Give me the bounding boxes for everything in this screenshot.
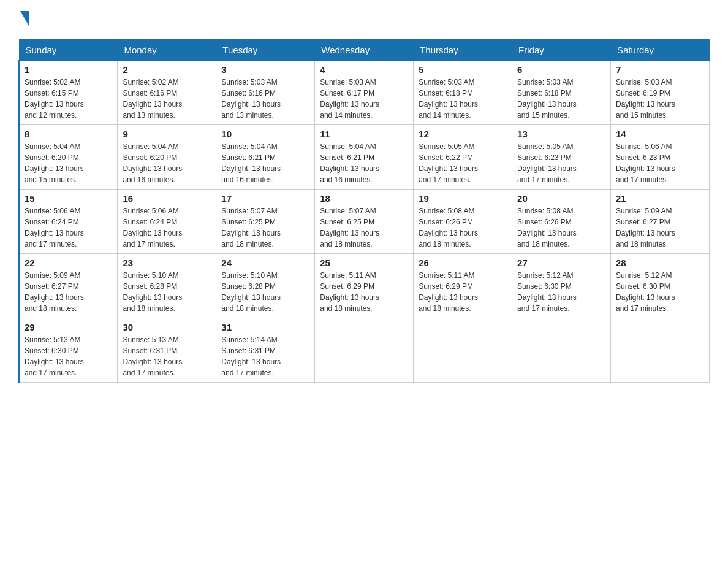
day-info: Sunrise: 5:09 AMSunset: 6:27 PMDaylight:… (616, 207, 675, 248)
calendar-cell: 2 Sunrise: 5:02 AMSunset: 6:16 PMDayligh… (118, 61, 216, 125)
day-info: Sunrise: 5:14 AMSunset: 6:31 PMDaylight:… (221, 335, 281, 377)
calendar-cell (414, 318, 512, 383)
day-info: Sunrise: 5:07 AMSunset: 6:25 PMDaylight:… (320, 207, 379, 248)
day-info: Sunrise: 5:03 AMSunset: 6:18 PMDaylight:… (517, 78, 577, 120)
calendar-cell: 26 Sunrise: 5:11 AMSunset: 6:29 PMDaylig… (414, 254, 512, 318)
day-info: Sunrise: 5:10 AMSunset: 6:28 PMDaylight:… (123, 271, 182, 313)
day-info: Sunrise: 5:10 AMSunset: 6:28 PMDaylight:… (221, 271, 281, 313)
weekday-header-tuesday: Tuesday (216, 40, 315, 61)
day-number: 10 (221, 129, 309, 139)
calendar-cell: 22 Sunrise: 5:09 AMSunset: 6:27 PMDaylig… (19, 254, 118, 318)
calendar-week-row: 15 Sunrise: 5:06 AMSunset: 6:24 PMDaylig… (19, 190, 710, 254)
calendar-cell: 23 Sunrise: 5:10 AMSunset: 6:28 PMDaylig… (118, 254, 216, 318)
day-number: 5 (419, 64, 507, 75)
day-info: Sunrise: 5:03 AMSunset: 6:18 PMDaylight:… (419, 78, 478, 120)
calendar-cell: 6 Sunrise: 5:03 AMSunset: 6:18 PMDayligh… (512, 61, 611, 125)
calendar-cell: 12 Sunrise: 5:05 AMSunset: 6:22 PMDaylig… (414, 125, 512, 190)
day-number: 26 (419, 258, 507, 268)
calendar-cell: 17 Sunrise: 5:07 AMSunset: 6:25 PMDaylig… (216, 190, 315, 254)
calendar-cell: 9 Sunrise: 5:04 AMSunset: 6:20 PMDayligh… (118, 125, 216, 190)
calendar-cell: 4 Sunrise: 5:03 AMSunset: 6:17 PMDayligh… (315, 61, 414, 125)
calendar-cell: 3 Sunrise: 5:03 AMSunset: 6:16 PMDayligh… (216, 61, 315, 125)
day-info: Sunrise: 5:11 AMSunset: 6:29 PMDaylight:… (419, 271, 478, 313)
logo (18, 12, 29, 27)
day-number: 11 (320, 129, 408, 139)
calendar-cell: 18 Sunrise: 5:07 AMSunset: 6:25 PMDaylig… (315, 190, 414, 254)
calendar-cell: 1 Sunrise: 5:02 AMSunset: 6:15 PMDayligh… (19, 61, 118, 125)
day-info: Sunrise: 5:09 AMSunset: 6:27 PMDaylight:… (25, 271, 84, 313)
calendar-cell: 21 Sunrise: 5:09 AMSunset: 6:27 PMDaylig… (611, 190, 710, 254)
calendar-cell: 19 Sunrise: 5:08 AMSunset: 6:26 PMDaylig… (414, 190, 512, 254)
day-number: 16 (123, 193, 211, 204)
calendar-cell: 27 Sunrise: 5:12 AMSunset: 6:30 PMDaylig… (512, 254, 611, 318)
day-number: 27 (517, 258, 605, 268)
calendar-week-row: 22 Sunrise: 5:09 AMSunset: 6:27 PMDaylig… (19, 254, 710, 318)
day-number: 2 (123, 64, 211, 75)
day-number: 23 (123, 258, 211, 268)
day-number: 17 (221, 193, 309, 204)
day-info: Sunrise: 5:11 AMSunset: 6:29 PMDaylight:… (320, 271, 379, 313)
calendar-cell: 16 Sunrise: 5:06 AMSunset: 6:24 PMDaylig… (118, 190, 216, 254)
day-info: Sunrise: 5:03 AMSunset: 6:17 PMDaylight:… (320, 78, 379, 120)
calendar-week-row: 8 Sunrise: 5:04 AMSunset: 6:20 PMDayligh… (19, 125, 710, 190)
day-info: Sunrise: 5:03 AMSunset: 6:16 PMDaylight:… (221, 78, 281, 120)
day-info: Sunrise: 5:12 AMSunset: 6:30 PMDaylight:… (517, 271, 577, 313)
weekday-header-sunday: Sunday (19, 40, 118, 61)
calendar-cell (512, 318, 611, 383)
calendar-table: SundayMondayTuesdayWednesdayThursdayFrid… (18, 39, 710, 383)
calendar-cell: 29 Sunrise: 5:13 AMSunset: 6:30 PMDaylig… (19, 318, 118, 383)
day-number: 25 (320, 258, 408, 268)
day-info: Sunrise: 5:08 AMSunset: 6:26 PMDaylight:… (517, 207, 577, 248)
weekday-header-monday: Monday (118, 40, 216, 61)
calendar-week-row: 1 Sunrise: 5:02 AMSunset: 6:15 PMDayligh… (19, 61, 710, 125)
weekday-header-thursday: Thursday (414, 40, 512, 61)
calendar-cell: 8 Sunrise: 5:04 AMSunset: 6:20 PMDayligh… (19, 125, 118, 190)
calendar-cell: 24 Sunrise: 5:10 AMSunset: 6:28 PMDaylig… (216, 254, 315, 318)
weekday-header-wednesday: Wednesday (315, 40, 414, 61)
day-info: Sunrise: 5:04 AMSunset: 6:21 PMDaylight:… (221, 142, 281, 184)
calendar-cell: 15 Sunrise: 5:06 AMSunset: 6:24 PMDaylig… (19, 190, 118, 254)
day-number: 21 (616, 193, 704, 204)
calendar-cell: 20 Sunrise: 5:08 AMSunset: 6:26 PMDaylig… (512, 190, 611, 254)
calendar-cell (611, 318, 710, 383)
calendar-week-row: 29 Sunrise: 5:13 AMSunset: 6:30 PMDaylig… (19, 318, 710, 383)
calendar-cell: 10 Sunrise: 5:04 AMSunset: 6:21 PMDaylig… (216, 125, 315, 190)
day-number: 30 (123, 322, 211, 332)
day-number: 22 (25, 258, 112, 268)
day-info: Sunrise: 5:13 AMSunset: 6:30 PMDaylight:… (25, 335, 84, 377)
calendar-cell: 7 Sunrise: 5:03 AMSunset: 6:19 PMDayligh… (611, 61, 710, 125)
day-info: Sunrise: 5:04 AMSunset: 6:20 PMDaylight:… (25, 142, 84, 184)
day-number: 9 (123, 129, 211, 139)
logo-triangle-icon (20, 11, 29, 26)
day-number: 24 (221, 258, 309, 268)
day-number: 20 (517, 193, 605, 204)
day-number: 8 (25, 129, 112, 139)
day-info: Sunrise: 5:02 AMSunset: 6:15 PMDaylight:… (25, 78, 84, 120)
calendar-cell: 14 Sunrise: 5:06 AMSunset: 6:23 PMDaylig… (611, 125, 710, 190)
day-number: 15 (25, 193, 112, 204)
day-info: Sunrise: 5:13 AMSunset: 6:31 PMDaylight:… (123, 335, 182, 377)
calendar-cell: 31 Sunrise: 5:14 AMSunset: 6:31 PMDaylig… (216, 318, 315, 383)
day-info: Sunrise: 5:07 AMSunset: 6:25 PMDaylight:… (221, 207, 281, 248)
weekday-header-friday: Friday (512, 40, 611, 61)
day-info: Sunrise: 5:04 AMSunset: 6:21 PMDaylight:… (320, 142, 379, 184)
day-info: Sunrise: 5:05 AMSunset: 6:22 PMDaylight:… (419, 142, 478, 184)
day-info: Sunrise: 5:06 AMSunset: 6:24 PMDaylight:… (25, 207, 84, 248)
calendar-cell: 5 Sunrise: 5:03 AMSunset: 6:18 PMDayligh… (414, 61, 512, 125)
day-number: 31 (221, 322, 309, 332)
weekday-header-row: SundayMondayTuesdayWednesdayThursdayFrid… (19, 40, 710, 61)
calendar-cell: 25 Sunrise: 5:11 AMSunset: 6:29 PMDaylig… (315, 254, 414, 318)
day-info: Sunrise: 5:06 AMSunset: 6:24 PMDaylight:… (123, 207, 182, 248)
day-number: 7 (616, 64, 704, 75)
day-number: 28 (616, 258, 704, 268)
day-number: 1 (25, 64, 112, 75)
calendar-cell: 11 Sunrise: 5:04 AMSunset: 6:21 PMDaylig… (315, 125, 414, 190)
day-number: 29 (25, 322, 112, 332)
day-info: Sunrise: 5:08 AMSunset: 6:26 PMDaylight:… (419, 207, 478, 248)
day-number: 12 (419, 129, 507, 139)
calendar-cell: 28 Sunrise: 5:12 AMSunset: 6:30 PMDaylig… (611, 254, 710, 318)
day-number: 3 (221, 64, 309, 75)
weekday-header-saturday: Saturday (611, 40, 710, 61)
day-info: Sunrise: 5:02 AMSunset: 6:16 PMDaylight:… (123, 78, 182, 120)
calendar-cell (315, 318, 414, 383)
